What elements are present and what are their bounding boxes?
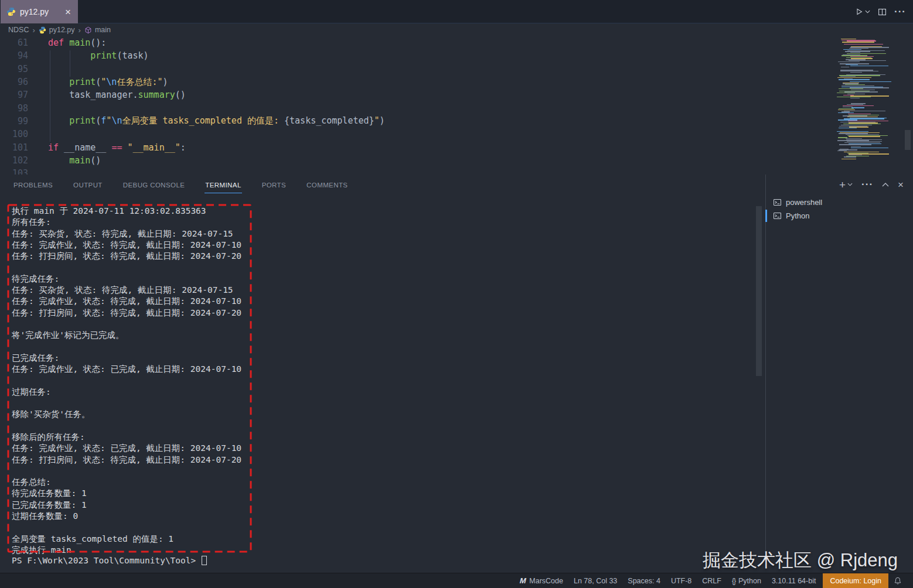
minimap-line <box>839 79 870 80</box>
minimap-line <box>849 143 881 144</box>
tab-py12[interactable]: py12.py × <box>1 0 78 23</box>
split-editor-icon[interactable] <box>878 8 887 16</box>
minimap-line <box>837 151 847 151</box>
code-line: 61def main(): <box>0 36 913 49</box>
terminal-session-python[interactable]: Python <box>766 209 913 223</box>
vscode-window: py12.py × ··· NDSC › py12.py › main 61de <box>0 0 913 588</box>
minimap-line <box>846 74 885 75</box>
minimap-line <box>837 97 871 97</box>
terminal-line: 任务: 买杂货, 状态: 待完成, 截止日期: 2024-07-15 <box>12 285 753 296</box>
bell-icon[interactable] <box>888 573 907 588</box>
minimap-line <box>846 138 862 139</box>
terminal-cursor <box>202 556 207 565</box>
code-text: main() <box>48 155 101 166</box>
minimap-line <box>851 148 888 148</box>
minimap-line <box>839 149 857 150</box>
terminal-line <box>12 398 753 409</box>
minimap-line <box>841 125 872 125</box>
minimap-line <box>846 156 869 156</box>
terminal-line: 任务: 打扫房间, 状态: 待完成, 截止日期: 2024-07-20 <box>12 454 753 466</box>
code-text: print(task) <box>48 50 149 61</box>
minimap-line <box>838 119 857 120</box>
terminal-line: 待完成任务数量: 1 <box>12 488 753 499</box>
minimap-line <box>850 118 887 118</box>
panel-tab-ports[interactable]: PORTS <box>261 176 287 193</box>
status-marscode[interactable]: M MarsCode <box>515 573 568 588</box>
minimap-line <box>841 39 856 39</box>
minimap-line <box>850 72 862 73</box>
minimap-line <box>837 140 869 141</box>
terminal-line <box>12 421 753 432</box>
editor-scrollbar-slider[interactable] <box>905 130 911 150</box>
panel-tab-output[interactable]: OUTPUT <box>73 176 103 193</box>
codeium-login-button[interactable]: Codeium: Login <box>823 573 888 588</box>
run-button[interactable] <box>855 8 870 16</box>
panel-tab-comments[interactable]: COMMENTS <box>306 176 348 193</box>
status-encoding[interactable]: UTF-8 <box>666 573 697 588</box>
minimap-line <box>849 155 862 155</box>
minimap-line <box>837 101 902 102</box>
minimap-line <box>846 59 866 60</box>
editor-scrollbar[interactable] <box>904 36 912 175</box>
minimap-line <box>849 136 880 136</box>
indent-guide <box>70 50 70 77</box>
terminal-session-powershell[interactable]: powershell <box>766 196 913 209</box>
status-bar: M MarsCode Ln 78, Col 33 Spaces: 4 UTF-8… <box>0 573 913 588</box>
terminal-line: 完成执行 main <box>12 545 753 556</box>
minimap-line <box>850 81 891 82</box>
minimap-line <box>837 43 902 44</box>
status-indentation[interactable]: Spaces: 4 <box>622 573 666 588</box>
terminal-list: powershellPython <box>765 175 913 567</box>
minimap-line <box>851 107 864 108</box>
minimap-line <box>838 110 855 110</box>
minimap-line <box>844 118 884 119</box>
minimap-line <box>847 104 863 105</box>
terminal-line <box>12 319 753 330</box>
terminal-icon <box>773 211 782 220</box>
panel-tab-terminal[interactable]: TERMINAL <box>205 176 241 193</box>
terminal-line: 过期任务: <box>12 387 753 398</box>
python-icon <box>6 7 16 16</box>
minimap-line <box>843 83 859 84</box>
code-line: 103 <box>0 167 913 175</box>
minimap-line <box>847 153 868 153</box>
terminal-scrollbar[interactable] <box>756 206 762 376</box>
code-line: 98 <box>0 101 913 114</box>
status-eol[interactable]: CRLF <box>697 573 727 588</box>
panel-tab-debug-console[interactable]: DEBUG CONSOLE <box>122 176 186 193</box>
breadcrumb-item-symbol[interactable]: main <box>95 26 111 34</box>
status-cursor-position[interactable]: Ln 78, Col 33 <box>568 573 622 588</box>
minimap-line <box>840 63 869 64</box>
minimap-line <box>838 112 854 113</box>
more-actions-icon[interactable]: ··· <box>894 6 906 18</box>
minimap-line <box>842 159 856 159</box>
minimap-line <box>840 149 849 149</box>
code-line: 96 print("\n任务总结:") <box>0 76 913 88</box>
minimap-line <box>843 83 859 83</box>
minimap-line <box>839 144 871 145</box>
python-icon <box>39 26 46 34</box>
terminal-session-label: Python <box>786 211 809 220</box>
breadcrumb-item-ndsc[interactable]: NDSC <box>8 26 29 34</box>
panel-tab-problems[interactable]: PROBLEMS <box>13 176 53 193</box>
minimap-line <box>844 44 883 45</box>
terminal-output[interactable]: 执行 main 于 2024-07-11 12:03:02.835363所有任务… <box>12 206 753 568</box>
terminal-line: 任务: 打扫房间, 状态: 待完成, 截止日期: 2024-07-20 <box>12 307 753 319</box>
minimap-line <box>839 75 880 76</box>
terminal-prompt[interactable]: PS F:\Work\2023 Tool\Community\Tool> <box>12 556 753 567</box>
line-number: 102 <box>0 155 28 166</box>
close-icon[interactable]: × <box>64 7 72 17</box>
minimap-line <box>839 108 854 109</box>
breadcrumb-item-file[interactable]: py12.py <box>49 26 75 34</box>
minimap-line <box>840 122 875 122</box>
terminal-line: 将'完成作业'标记为已完成。 <box>12 330 753 341</box>
status-language-mode[interactable]: {} Python <box>727 573 766 588</box>
status-interpreter[interactable]: 3.10.11 64-bit <box>766 573 822 588</box>
terminal-line <box>12 522 753 533</box>
terminal-line: 任务: 完成作业, 状态: 已完成, 截止日期: 2024-07-10 <box>12 364 753 375</box>
minimap[interactable] <box>837 37 902 162</box>
code-editor[interactable]: 61def main():94 print(task)9596 print("\… <box>0 36 913 175</box>
code-line: 102 main() <box>0 154 913 167</box>
terminal-line: 任务: 完成作业, 状态: 待完成, 截止日期: 2024-07-10 <box>12 240 753 251</box>
terminal-line: 已完成任务数量: 1 <box>12 500 753 511</box>
